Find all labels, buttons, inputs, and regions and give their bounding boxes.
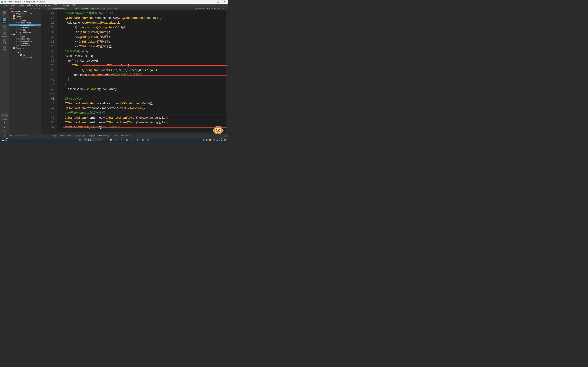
cpp-file-icon: ▤ [48, 8, 50, 9]
tray-wifi-icon[interactable]: 📶 [209, 139, 211, 141]
menu-build[interactable]: 构建(B) [25, 4, 34, 7]
locator-input[interactable] [13, 135, 39, 137]
mode-debug[interactable]: Debug [1, 32, 8, 38]
dropdown-icon[interactable]: ▾ [68, 7, 69, 9]
tray-clock[interactable]: 11:21 2022/7/29 [216, 138, 223, 142]
mode-edit[interactable]: 编辑 [1, 18, 8, 24]
tree-source-file[interactable]: ▤dialog.cpp [9, 19, 41, 22]
tree-prefix[interactable]: ▾📁/ [9, 51, 41, 54]
close-button[interactable]: ✕ [222, 1, 227, 3]
minimize-button[interactable]: ― [208, 1, 213, 3]
debug-run-button[interactable] [4, 126, 5, 128]
mode-help[interactable]: 帮助 [1, 45, 8, 51]
tree-forms[interactable]: ▾📁Forms [9, 33, 41, 35]
line-ending[interactable]: Windows (CRLF) [198, 8, 210, 9]
taskbar-obs-icon[interactable]: ◉ [146, 138, 150, 142]
search-icon: 🔍 [85, 139, 87, 141]
tree-pro-file[interactable]: ▤test_component.pro [9, 12, 41, 15]
menu-widgets[interactable]: 控件(W) [62, 4, 71, 7]
split-icon[interactable]: ▥ [36, 7, 38, 10]
taskbar-weather[interactable]: ☁ 26°C 阴 [1, 138, 11, 142]
tree-headers[interactable]: ▸📁Headers [9, 15, 41, 17]
tree-source-file[interactable]: ▤main.cpp [9, 28, 41, 31]
mode-design[interactable]: 设计 [1, 25, 8, 31]
code-editor[interactable]: 2728293031323334353637383940414243444546… [41, 10, 228, 134]
link-icon[interactable]: ⊕ [33, 7, 35, 10]
output-tab-qml[interactable]: 5 QML Debugger Console [97, 134, 118, 137]
locator[interactable]: 🔍 [9, 135, 50, 137]
tree-form-file[interactable]: ▤dialog.ui [9, 35, 41, 38]
split-editor-icon[interactable]: ▥ [195, 8, 197, 9]
nav-back-icon[interactable]: ‹ [42, 8, 44, 9]
vertical-scrollbar[interactable] [226, 10, 228, 134]
output-tab-more-icon[interactable]: ▾ [132, 134, 134, 137]
weather-icon: ☁ [2, 138, 4, 141]
taskbar-terminal-icon[interactable]: ▣ [125, 138, 129, 142]
sidebar-toggle-icon[interactable]: ⊞ [212, 8, 213, 9]
mode-welcome[interactable]: 欢迎 [1, 11, 8, 17]
build-config[interactable]: Debug [1, 118, 8, 120]
tree-sources[interactable]: ▾📁Sources [9, 17, 41, 19]
progress-toggle-icon[interactable]: ▢ [225, 135, 228, 137]
tree-source-file[interactable]: ▤dialogtest.cpp [9, 26, 41, 28]
menu-debug[interactable]: 调试(D) [34, 4, 43, 7]
taskbar-vs-icon[interactable]: ◧ [130, 138, 134, 142]
tree-source-file-active[interactable]: ▤dialogstdmodel.cpp [9, 24, 41, 26]
taskbar-explorer-icon[interactable]: 📁 [109, 138, 113, 142]
tree-form-file[interactable]: ▤dialogdirtest.ui [9, 38, 41, 40]
tree-root[interactable]: ▾📁test_component [9, 10, 41, 12]
menu-view[interactable]: View [18, 4, 25, 7]
output-tab-search[interactable]: 2 Search Results [57, 134, 72, 137]
taskbar-taskview-icon[interactable]: ▭ [104, 138, 108, 142]
tree-qrc[interactable]: ▾▤res.qrc [9, 49, 41, 51]
output-tab-issues[interactable]: 1 问题 [50, 134, 57, 137]
run-button[interactable] [4, 122, 5, 124]
build-button[interactable]: 🔨 [3, 130, 6, 133]
mode-project[interactable]: 项目 [1, 38, 8, 45]
maximize-button[interactable]: ▢ [216, 1, 220, 3]
symbol-selector[interactable]: ƒ DialogStdModel::DialogStdModel(QWidget… [73, 7, 118, 10]
tab-close-icon[interactable]: ✕ [70, 7, 72, 9]
taskbar-app2-icon[interactable]: ▦ [141, 138, 145, 142]
search-placeholder: 搜索 [88, 139, 91, 141]
tree-resources[interactable]: ▾📁Resources [9, 47, 41, 49]
output-tab-compile[interactable]: 4 编译输出 [86, 134, 96, 137]
tree-source-file[interactable]: ▤mainwindow.cpp [9, 31, 41, 33]
app-icon [1, 1, 3, 3]
menu-tools[interactable]: 工具(T) [53, 4, 61, 7]
close-panel-icon[interactable]: ✕ [38, 7, 41, 10]
start-button[interactable]: ⊞ [78, 138, 82, 142]
tree-res-file[interactable]: ▤folder.jpg [9, 56, 41, 58]
project-tree[interactable]: ▾📁test_component ▤test_component.pro ▸📁H… [9, 10, 41, 134]
filter-icon[interactable]: ≡ [28, 7, 30, 10]
tree-form-file[interactable]: ▤mainwindow.ui [9, 45, 41, 47]
tree-source-file[interactable]: ▤dialogdirtest.cpp [9, 22, 41, 24]
kit-selector[interactable]: test_...onent [1, 113, 8, 117]
menu-file[interactable]: 文件(F) [1, 4, 9, 7]
taskbar-settings-icon[interactable]: ⚙ [120, 138, 124, 142]
menu-help[interactable]: 帮助(H) [71, 4, 80, 7]
tree-form-file[interactable]: ▤dialogtest.ui [9, 42, 41, 45]
output-pane-tabs: 1 问题 2 Search Results 3 应用程序输出 4 编译输出 5 … [50, 134, 134, 137]
taskbar-app-icon[interactable]: ▦ [135, 138, 140, 142]
output-toggle-icon[interactable]: ▦ [4, 135, 5, 137]
sync-icon[interactable]: ⟲ [31, 7, 33, 10]
tray-notification-badge[interactable]: 2 [224, 139, 226, 141]
output-tab-app[interactable]: 3 应用程序输出 [73, 134, 86, 137]
nav-forward-icon[interactable]: › [45, 8, 47, 9]
code-content[interactable]: //声明数据项模型为表格 10行 10列 QStandardItemModel … [57, 10, 226, 134]
tray-chevron-icon[interactable]: へ [199, 139, 201, 141]
taskbar-search[interactable]: 🔍 搜索 [83, 138, 103, 142]
tray-volume-icon[interactable]: 🔊 [212, 139, 215, 141]
tray-ime-mode[interactable]: 五 [206, 139, 208, 141]
taskbar-edge-icon[interactable]: 🌐 [114, 138, 119, 142]
output-tab-test[interactable]: 8 Test Results [119, 134, 131, 137]
open-file-tab[interactable]: ▤ dialogstdmodel.cpp* ▾ [47, 7, 69, 10]
tree-form-file[interactable]: ▤dialogstdmodel.ui [9, 40, 41, 42]
menu-edit[interactable]: 编辑(E) [9, 4, 18, 7]
project-panel-label: 项目 [10, 7, 14, 10]
horizontal-scrollbar[interactable] [57, 132, 226, 134]
tray-ime-lang[interactable]: 中 [203, 139, 204, 141]
menu-analyze[interactable]: Analyze [43, 4, 52, 7]
tree-res-folder[interactable]: ▾📁res [9, 54, 41, 56]
